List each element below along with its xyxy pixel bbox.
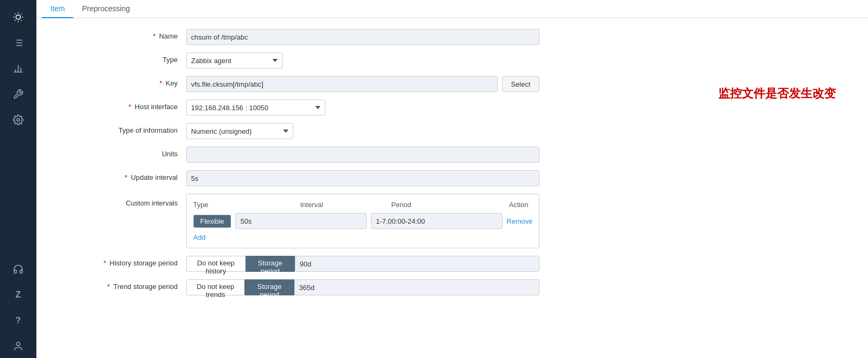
custom-intervals-label: Custom intervals xyxy=(68,194,186,207)
history-no-keep-button[interactable]: Do not keep history xyxy=(186,256,246,272)
svg-line-7 xyxy=(15,20,16,20)
ci-type-toggle: Flexible Scheduling xyxy=(193,215,231,228)
required-asterisk-update: * xyxy=(125,173,127,181)
key-select-button[interactable]: Select xyxy=(502,76,539,92)
svg-point-0 xyxy=(16,15,20,19)
history-storage-period-button[interactable]: Storage period xyxy=(246,256,295,272)
required-asterisk-trend: * xyxy=(107,283,110,291)
ci-add-button[interactable]: Add xyxy=(193,233,205,241)
units-input[interactable] xyxy=(186,147,539,163)
tab-preprocessing[interactable]: Preprocessing xyxy=(73,0,139,18)
ci-remove-button[interactable]: Remove xyxy=(507,217,532,225)
name-input[interactable] xyxy=(186,29,539,45)
host-interface-label: * Host interface xyxy=(68,100,186,111)
host-interface-row: * Host interface 192.168.248.156 : 10050 xyxy=(68,100,857,116)
host-interface-field-container: 192.168.248.156 : 10050 xyxy=(186,100,539,116)
history-value-input[interactable] xyxy=(295,256,539,272)
units-label: Units xyxy=(68,147,186,158)
required-asterisk: * xyxy=(153,32,156,40)
ci-header-action: Action xyxy=(509,201,532,209)
name-field-container xyxy=(186,29,539,45)
history-storage-row: * History storage period Do not keep his… xyxy=(68,256,857,272)
trend-toggle-group: Do not keep trends Storage period xyxy=(186,279,539,295)
custom-intervals-container: Type Interval Period Action Flexible Sch… xyxy=(186,194,539,248)
trend-no-keep-button[interactable]: Do not keep trends xyxy=(186,279,245,295)
svg-line-4 xyxy=(21,20,21,20)
wrench-icon[interactable] xyxy=(6,82,30,106)
required-asterisk-key: * xyxy=(159,79,162,87)
sidebar: Z ? xyxy=(0,0,36,358)
trend-storage-row: * Trend storage period Do not keep trend… xyxy=(68,279,857,295)
help-icon[interactable]: ? xyxy=(6,309,30,332)
ci-header-interval: Interval xyxy=(300,201,391,209)
tabs-bar: Item Preprocessing xyxy=(36,0,868,18)
ci-scheduling-button[interactable]: Scheduling xyxy=(231,215,232,227)
required-asterisk-history: * xyxy=(103,259,106,267)
ci-interval-input[interactable] xyxy=(235,213,367,229)
custom-intervals-box: Type Interval Period Action Flexible Sch… xyxy=(186,194,539,248)
host-interface-select[interactable]: 192.168.248.156 : 10050 xyxy=(186,100,325,116)
ci-period-input[interactable] xyxy=(371,213,502,229)
history-toggle-group: Do not keep history Storage period xyxy=(186,256,539,272)
trend-storage-container: Do not keep trends Storage period xyxy=(186,279,539,295)
type-of-info-field-container: Numeric (unsigned)Numeric (float)Charact… xyxy=(186,123,539,139)
required-asterisk-host: * xyxy=(128,103,131,111)
units-row: Units xyxy=(68,147,857,163)
update-interval-field-container xyxy=(186,170,539,186)
svg-line-8 xyxy=(21,14,21,14)
ci-header-period: Period xyxy=(391,201,509,209)
trend-value-input[interactable] xyxy=(294,279,539,295)
annotation-text: 监控文件是否发生改变 xyxy=(718,86,836,102)
form-area: * Name Type Zabbix agentZabbix agent (ac… xyxy=(36,18,868,358)
update-interval-input[interactable] xyxy=(186,170,539,186)
ci-flexible-button[interactable]: Flexible xyxy=(194,215,231,227)
ci-add-row: Add xyxy=(193,233,532,241)
key-label: * Key xyxy=(68,76,186,87)
user-icon[interactable] xyxy=(6,334,30,358)
svg-point-20 xyxy=(17,342,20,346)
headset-icon[interactable] xyxy=(6,257,30,281)
type-select[interactable]: Zabbix agentZabbix agent (active)Simple … xyxy=(186,52,283,68)
chart-icon[interactable] xyxy=(6,57,30,80)
name-row: * Name xyxy=(68,29,857,45)
units-field-container xyxy=(186,147,539,163)
svg-point-19 xyxy=(17,119,20,121)
list-icon[interactable] xyxy=(6,31,30,55)
monitoring-icon[interactable] xyxy=(6,5,30,29)
gear-icon[interactable] xyxy=(6,108,30,132)
ci-row-1: Flexible Scheduling Remove xyxy=(193,213,532,229)
ci-header-type: Type xyxy=(193,201,300,209)
tab-item[interactable]: Item xyxy=(42,0,73,18)
type-of-info-row: Type of information Numeric (unsigned)Nu… xyxy=(68,123,857,139)
svg-line-3 xyxy=(15,14,16,14)
update-interval-row: * Update interval xyxy=(68,170,857,186)
ci-header: Type Interval Period Action xyxy=(193,201,532,209)
update-interval-label: * Update interval xyxy=(68,170,186,181)
key-row-inner: Select xyxy=(186,76,539,92)
trend-storage-period-button[interactable]: Storage period xyxy=(245,279,294,295)
main-content: Item Preprocessing * Name Type Zabbix ag… xyxy=(36,0,868,358)
name-label: * Name xyxy=(68,29,186,40)
custom-intervals-row: Custom intervals Type Interval Period Ac… xyxy=(68,194,857,248)
history-storage-label: * History storage period xyxy=(68,256,186,267)
type-of-info-label: Type of information xyxy=(68,123,186,134)
key-field-container: Select xyxy=(186,76,539,92)
key-input[interactable] xyxy=(186,76,498,92)
type-label: Type xyxy=(68,52,186,64)
type-of-info-select[interactable]: Numeric (unsigned)Numeric (float)Charact… xyxy=(186,123,293,139)
type-row: Type Zabbix agentZabbix agent (active)Si… xyxy=(68,52,857,68)
type-field-container: Zabbix agentZabbix agent (active)Simple … xyxy=(186,52,539,68)
z-icon[interactable]: Z xyxy=(6,283,30,307)
history-storage-container: Do not keep history Storage period xyxy=(186,256,539,272)
trend-storage-label: * Trend storage period xyxy=(68,279,186,291)
